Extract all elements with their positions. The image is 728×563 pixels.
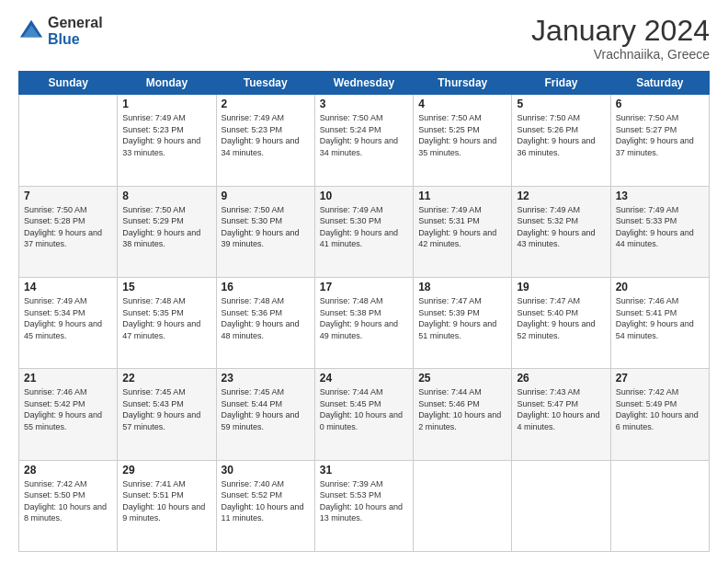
calendar-cell: 26Sunrise: 7:43 AMSunset: 5:47 PMDayligh… — [512, 369, 610, 460]
day-number: 4 — [418, 98, 506, 110]
week-row-2: 7Sunrise: 7:50 AMSunset: 5:28 PMDaylight… — [19, 186, 710, 277]
calendar-cell: 29Sunrise: 7:41 AMSunset: 5:51 PMDayligh… — [118, 460, 216, 551]
day-number: 27 — [616, 372, 704, 385]
title-block: January 2024 Vrachnaiika, Greece — [531, 15, 710, 62]
cell-info: Sunrise: 7:45 AMSunset: 5:44 PMDaylight:… — [222, 386, 310, 432]
cell-info: Sunrise: 7:47 AMSunset: 5:39 PMDaylight:… — [418, 295, 506, 341]
calendar-cell: 28Sunrise: 7:42 AMSunset: 5:50 PMDayligh… — [19, 460, 118, 551]
day-number: 2 — [222, 98, 310, 110]
cell-info: Sunrise: 7:45 AMSunset: 5:43 PMDaylight:… — [122, 386, 210, 432]
calendar-cell: 17Sunrise: 7:48 AMSunset: 5:38 PMDayligh… — [314, 277, 413, 368]
calendar-cell: 10Sunrise: 7:49 AMSunset: 5:30 PMDayligh… — [314, 186, 413, 277]
day-number: 30 — [222, 464, 310, 477]
calendar-cell: 24Sunrise: 7:44 AMSunset: 5:45 PMDayligh… — [314, 369, 413, 460]
day-number: 14 — [24, 281, 112, 293]
calendar-cell: 27Sunrise: 7:42 AMSunset: 5:49 PMDayligh… — [610, 369, 709, 460]
cell-info: Sunrise: 7:39 AMSunset: 5:53 PMDaylight:… — [320, 478, 408, 524]
day-number: 18 — [418, 281, 506, 293]
logo-text: General Blue — [48, 15, 103, 47]
cell-info: Sunrise: 7:48 AMSunset: 5:38 PMDaylight:… — [320, 295, 408, 341]
cell-info: Sunrise: 7:44 AMSunset: 5:46 PMDaylight:… — [418, 386, 506, 432]
cell-info: Sunrise: 7:48 AMSunset: 5:36 PMDaylight:… — [222, 295, 310, 341]
cell-info: Sunrise: 7:46 AMSunset: 5:41 PMDaylight:… — [616, 295, 704, 341]
month-year: January 2024 — [531, 15, 710, 47]
calendar-cell: 2Sunrise: 7:49 AMSunset: 5:23 PMDaylight… — [216, 95, 314, 186]
calendar-cell: 12Sunrise: 7:49 AMSunset: 5:32 PMDayligh… — [512, 186, 610, 277]
cell-info: Sunrise: 7:50 AMSunset: 5:27 PMDaylight:… — [616, 112, 704, 158]
day-number: 5 — [517, 98, 605, 110]
cell-info: Sunrise: 7:43 AMSunset: 5:47 PMDaylight:… — [517, 386, 605, 432]
day-number: 25 — [418, 372, 506, 385]
day-number: 26 — [517, 372, 605, 385]
day-number: 20 — [616, 281, 704, 293]
col-header-thursday: Thursday — [414, 72, 512, 95]
cell-info: Sunrise: 7:49 AMSunset: 5:32 PMDaylight:… — [517, 204, 605, 250]
logo: General Blue — [18, 15, 103, 47]
day-number: 6 — [616, 98, 704, 110]
day-number: 9 — [222, 190, 310, 202]
calendar-cell: 14Sunrise: 7:49 AMSunset: 5:34 PMDayligh… — [19, 277, 118, 368]
day-number: 8 — [122, 190, 210, 202]
calendar-cell: 18Sunrise: 7:47 AMSunset: 5:39 PMDayligh… — [414, 277, 512, 368]
day-number: 12 — [517, 190, 605, 202]
cell-info: Sunrise: 7:50 AMSunset: 5:28 PMDaylight:… — [24, 204, 112, 250]
location: Vrachnaiika, Greece — [531, 47, 710, 62]
calendar-cell: 20Sunrise: 7:46 AMSunset: 5:41 PMDayligh… — [610, 277, 709, 368]
cell-info: Sunrise: 7:50 AMSunset: 5:25 PMDaylight:… — [418, 112, 506, 158]
day-number: 16 — [222, 281, 310, 293]
header-row: SundayMondayTuesdayWednesdayThursdayFrid… — [19, 72, 710, 95]
cell-info: Sunrise: 7:49 AMSunset: 5:34 PMDaylight:… — [24, 295, 112, 341]
calendar-cell — [19, 95, 118, 186]
cell-info: Sunrise: 7:49 AMSunset: 5:23 PMDaylight:… — [222, 112, 310, 158]
logo-blue: Blue — [48, 31, 103, 48]
cell-info: Sunrise: 7:40 AMSunset: 5:52 PMDaylight:… — [222, 478, 310, 524]
calendar-cell: 23Sunrise: 7:45 AMSunset: 5:44 PMDayligh… — [216, 369, 314, 460]
calendar: SundayMondayTuesdayWednesdayThursdayFrid… — [18, 71, 710, 552]
calendar-cell: 7Sunrise: 7:50 AMSunset: 5:28 PMDaylight… — [19, 186, 118, 277]
col-header-wednesday: Wednesday — [314, 72, 413, 95]
day-number: 23 — [222, 372, 310, 385]
cell-info: Sunrise: 7:46 AMSunset: 5:42 PMDaylight:… — [24, 386, 112, 432]
day-number: 24 — [320, 372, 408, 385]
day-number: 3 — [320, 98, 408, 110]
day-number: 19 — [517, 281, 605, 293]
week-row-5: 28Sunrise: 7:42 AMSunset: 5:50 PMDayligh… — [19, 460, 710, 551]
cell-info: Sunrise: 7:50 AMSunset: 5:26 PMDaylight:… — [517, 112, 605, 158]
calendar-cell: 19Sunrise: 7:47 AMSunset: 5:40 PMDayligh… — [512, 277, 610, 368]
calendar-cell: 25Sunrise: 7:44 AMSunset: 5:46 PMDayligh… — [414, 369, 512, 460]
day-number: 13 — [616, 190, 704, 202]
cell-info: Sunrise: 7:44 AMSunset: 5:45 PMDaylight:… — [320, 386, 408, 432]
cell-info: Sunrise: 7:50 AMSunset: 5:24 PMDaylight:… — [320, 112, 408, 158]
cell-info: Sunrise: 7:48 AMSunset: 5:35 PMDaylight:… — [122, 295, 210, 341]
cell-info: Sunrise: 7:50 AMSunset: 5:30 PMDaylight:… — [222, 204, 310, 250]
header: General Blue January 2024 Vrachnaiika, G… — [18, 15, 710, 62]
page: General Blue January 2024 Vrachnaiika, G… — [0, 0, 728, 563]
calendar-cell: 22Sunrise: 7:45 AMSunset: 5:43 PMDayligh… — [118, 369, 216, 460]
calendar-cell: 13Sunrise: 7:49 AMSunset: 5:33 PMDayligh… — [610, 186, 709, 277]
day-number: 1 — [122, 98, 210, 110]
day-number: 29 — [122, 464, 210, 477]
calendar-cell — [610, 460, 709, 551]
day-number: 11 — [418, 190, 506, 202]
day-number: 28 — [24, 464, 112, 477]
logo-general: General — [48, 15, 103, 31]
day-number: 15 — [122, 281, 210, 293]
calendar-cell: 11Sunrise: 7:49 AMSunset: 5:31 PMDayligh… — [414, 186, 512, 277]
cell-info: Sunrise: 7:41 AMSunset: 5:51 PMDaylight:… — [122, 478, 210, 524]
calendar-cell — [512, 460, 610, 551]
calendar-cell: 3Sunrise: 7:50 AMSunset: 5:24 PMDaylight… — [314, 95, 413, 186]
col-header-saturday: Saturday — [610, 72, 709, 95]
day-number: 10 — [320, 190, 408, 202]
cell-info: Sunrise: 7:42 AMSunset: 5:49 PMDaylight:… — [616, 386, 704, 432]
day-number: 22 — [122, 372, 210, 385]
calendar-cell: 8Sunrise: 7:50 AMSunset: 5:29 PMDaylight… — [118, 186, 216, 277]
calendar-cell: 21Sunrise: 7:46 AMSunset: 5:42 PMDayligh… — [19, 369, 118, 460]
cell-info: Sunrise: 7:49 AMSunset: 5:30 PMDaylight:… — [320, 204, 408, 250]
cell-info: Sunrise: 7:42 AMSunset: 5:50 PMDaylight:… — [24, 478, 112, 524]
cell-info: Sunrise: 7:49 AMSunset: 5:31 PMDaylight:… — [418, 204, 506, 250]
cell-info: Sunrise: 7:50 AMSunset: 5:29 PMDaylight:… — [122, 204, 210, 250]
col-header-friday: Friday — [512, 72, 610, 95]
calendar-cell: 9Sunrise: 7:50 AMSunset: 5:30 PMDaylight… — [216, 186, 314, 277]
week-row-1: 1Sunrise: 7:49 AMSunset: 5:23 PMDaylight… — [19, 95, 710, 186]
day-number: 21 — [24, 372, 112, 385]
